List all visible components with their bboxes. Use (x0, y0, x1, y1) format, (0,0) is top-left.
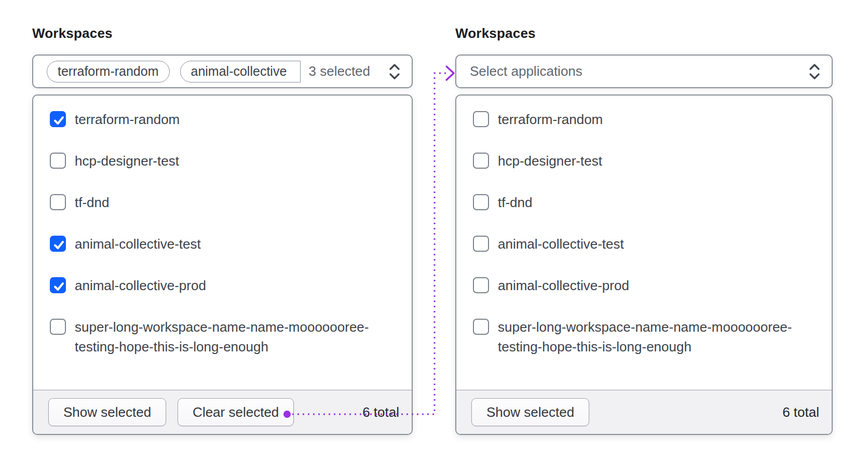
option-label: animal-collective-prod (75, 276, 206, 295)
list-item[interactable]: super-long-workspace-name-name-moooooore… (33, 306, 412, 367)
multiselect-trigger[interactable]: terraform-random animal-collective 3 sel… (32, 55, 413, 88)
list-item[interactable]: hcp-designer-test (456, 140, 832, 182)
checkbox[interactable] (50, 153, 66, 169)
checkbox[interactable] (473, 111, 489, 127)
option-label: tf-dnd (498, 193, 533, 212)
trigger-placeholder: Select applications (470, 63, 582, 79)
list-item[interactable]: super-long-workspace-name-name-moooooore… (456, 306, 832, 367)
workspaces-multiselect-right: Workspaces Select applications terraform… (455, 26, 833, 435)
field-label: Workspaces (455, 26, 833, 40)
total-count: 6 total (362, 404, 399, 420)
multiselect-trigger[interactable]: Select applications (455, 55, 833, 88)
chevron-up-down-icon (808, 62, 821, 81)
field-label: Workspaces (32, 26, 413, 40)
options-panel: terraform-random hcp-designer-test tf-dn… (455, 94, 833, 435)
tag-animal-collective[interactable]: animal-collective (180, 61, 301, 83)
list-item[interactable]: terraform-random (33, 99, 412, 140)
checkbox[interactable] (473, 236, 489, 252)
checkbox[interactable] (50, 277, 66, 293)
total-count: 6 total (782, 404, 819, 420)
checkbox[interactable] (473, 277, 489, 293)
option-label: super-long-workspace-name-name-moooooore… (498, 317, 809, 357)
options-list: terraform-random hcp-designer-test tf-dn… (33, 96, 412, 390)
option-label: animal-collective-test (498, 234, 624, 254)
list-item[interactable]: animal-collective-test (33, 223, 412, 265)
tag-terraform-random[interactable]: terraform-random (47, 61, 170, 83)
panel-footer: Show selected Clear selected 6 total (33, 390, 412, 434)
panel-footer: Show selected 6 total (456, 390, 832, 434)
selected-tags: terraform-random animal-collective (47, 61, 301, 83)
list-item[interactable]: animal-collective-prod (33, 265, 412, 306)
selected-count: 3 selected (309, 63, 371, 79)
checkbox[interactable] (473, 194, 489, 210)
list-item[interactable]: tf-dnd (456, 182, 832, 223)
show-selected-button[interactable]: Show selected (48, 398, 166, 426)
checkbox[interactable] (50, 111, 66, 127)
clear-selected-button[interactable]: Clear selected (178, 398, 294, 426)
checkbox[interactable] (50, 236, 66, 252)
option-label: animal-collective-test (75, 234, 201, 254)
chevron-up-down-icon (388, 62, 401, 81)
checkbox[interactable] (50, 194, 66, 210)
option-label: hcp-designer-test (75, 151, 179, 171)
option-label: super-long-workspace-name-name-moooooore… (75, 317, 386, 357)
checkbox[interactable] (473, 153, 489, 169)
options-panel: terraform-random hcp-designer-test tf-dn… (32, 94, 413, 435)
option-label: tf-dnd (75, 193, 110, 212)
list-item[interactable]: animal-collective-prod (456, 265, 832, 306)
show-selected-button[interactable]: Show selected (471, 398, 589, 426)
list-item[interactable]: animal-collective-test (456, 223, 832, 265)
option-label: animal-collective-prod (498, 276, 629, 295)
list-item[interactable]: hcp-designer-test (33, 140, 412, 182)
checkbox[interactable] (473, 319, 489, 335)
list-item[interactable]: terraform-random (456, 99, 832, 140)
workspaces-multiselect-left: Workspaces terraform-random animal-colle… (32, 26, 413, 435)
options-list: terraform-random hcp-designer-test tf-dn… (456, 96, 832, 390)
option-label: terraform-random (498, 110, 603, 129)
option-label: terraform-random (75, 110, 180, 129)
list-item[interactable]: tf-dnd (33, 182, 412, 223)
option-label: hcp-designer-test (498, 151, 602, 171)
checkbox[interactable] (50, 319, 66, 335)
